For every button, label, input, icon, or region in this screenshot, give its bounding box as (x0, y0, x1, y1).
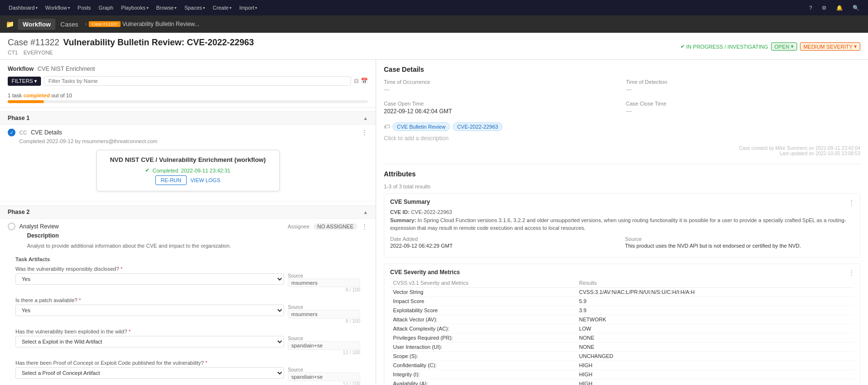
workflow-header: Workflow CVE NIST Enrichment (0, 66, 376, 76)
artifact-row-1: Was the vulnerability responsibly disclo… (15, 266, 360, 292)
task-description-text: Analyst to provide additional informatio… (8, 243, 368, 252)
grid-icon[interactable]: ⊟ (354, 78, 359, 84)
metric-name: Vector String (390, 287, 576, 296)
chevron-down-icon: ▾ (791, 43, 794, 50)
notifications-icon[interactable]: 🔔 (833, 5, 846, 11)
workflow-label: Workflow (8, 66, 34, 72)
cve-metrics-title: CVE Severity and Metrics (390, 269, 854, 276)
nav-create[interactable]: Create ▾ (210, 5, 234, 11)
left-panel: Workflow CVE NIST Enrichment FILTERS ▾ ⊟… (0, 60, 376, 385)
progress-text: 1 task completed out of 10 (8, 93, 368, 98)
filter-button[interactable]: FILTERS ▾ (8, 77, 41, 86)
workflow-card: NVD NIST CVE / Vulnerability Enrichment … (96, 150, 280, 191)
table-row: Attack Complexity (AC):LOW (390, 324, 854, 333)
nav-posts[interactable]: Posts (75, 5, 94, 11)
main-layout: Workflow CVE NIST Enrichment FILTERS ▾ ⊟… (0, 60, 868, 385)
breadcrumb-separator: › (85, 21, 87, 27)
filter-input[interactable] (44, 76, 351, 86)
attributes-count: 1-3 of 3 total results (384, 184, 860, 189)
case-footer-meta: Case created by Mike Summers on 2022-09-… (384, 146, 860, 156)
breadcrumb-cases[interactable]: Cases (55, 19, 83, 30)
task-name: Analyst Review (19, 223, 59, 230)
nav-browse[interactable]: Browse ▾ (153, 5, 180, 11)
task-more-icon[interactable]: ⋮ (361, 129, 368, 136)
phase-2-chevron: ▲ (363, 210, 368, 215)
settings-icon[interactable]: ⚙ (819, 5, 829, 11)
case-visibility: EVERYONE (24, 50, 53, 55)
artifact-select-1[interactable]: Yes (15, 273, 284, 285)
artifacts-label: Task Artifacts (15, 256, 360, 262)
metric-name: Attack Vector (AV): (390, 315, 576, 324)
metric-name: Attack Complexity (AC): (390, 324, 576, 333)
attributes-section: Attributes 1-3 of 3 total results ⋮ CVE … (384, 170, 860, 385)
metric-name: Integrity (I): (390, 370, 576, 379)
calendar-icon[interactable]: 📅 (361, 78, 368, 84)
divider (384, 164, 860, 164)
artifact-label-3: Has the vulnerability been exploited in … (15, 329, 360, 334)
artifact-select-4[interactable]: Select a Proof of Concept Artifact (15, 367, 284, 379)
task-type-icon: CC (19, 130, 27, 135)
phase-1-chevron: ▲ (363, 116, 368, 121)
more-icon[interactable]: ⋮ (848, 269, 855, 277)
severity-badge[interactable]: MEDIUM SEVERITY ▾ (800, 42, 860, 51)
table-row: Impact Score5.9 (390, 296, 854, 305)
case-close-time-field: Case Close Time — (626, 101, 860, 115)
case-number: Case #11322 (8, 38, 59, 48)
artifact-source-3: Source spandiain+se 11 / 100 (288, 336, 360, 355)
case-detail-grid: Time of Occurrence — Time of Detection —… (384, 79, 860, 115)
case-badges: ✔ IN PROGRESS / INVESTIGATING OPEN ▾ MED… (680, 42, 860, 51)
search-icon[interactable]: 🔍 (850, 5, 862, 11)
metric-value: NONE (576, 342, 854, 351)
artifact-row-3: Has the vulnerability been exploited in … (15, 329, 360, 355)
viewlogs-button[interactable]: VIEW LOGS (190, 175, 220, 185)
phase-1-header[interactable]: Phase 1 ▲ (0, 111, 376, 125)
progress-track (8, 100, 368, 103)
metric-name: Impact Score (390, 296, 576, 305)
metric-value: CVSS:3.1/AV:N/AC:L/PR:N/UI:N/S:U/C:H/I:H… (576, 287, 854, 296)
breadcrumb-case-tag[interactable]: Case #11322 (89, 21, 121, 27)
filter-icons: ⊟ 📅 (354, 78, 368, 84)
metric-name: Scope (S): (390, 351, 576, 360)
description-placeholder[interactable]: Click to add a description (384, 135, 860, 142)
task-more-icon[interactable]: ⋮ (361, 223, 368, 230)
progress-fill (8, 100, 44, 103)
nav-graph[interactable]: Graph (95, 5, 116, 11)
cve-summary-title: CVE Summary (390, 199, 854, 205)
metric-name: Availability (A): (390, 379, 576, 385)
artifact-select-3[interactable]: Select a Exploit in the Wild Artifact (15, 336, 284, 347)
metric-value: UNCHANGED (576, 351, 854, 360)
open-badge[interactable]: OPEN ▾ (771, 42, 797, 51)
metric-value: HIGH (576, 379, 854, 385)
table-row: Attack Vector (AV):NETWORK (390, 315, 854, 324)
nav-import[interactable]: Import ▾ (236, 5, 260, 11)
more-icon[interactable]: ⋮ (848, 199, 855, 206)
tag-cve-bulletin[interactable]: CVE Bulletin Review (393, 122, 450, 131)
metric-value: HIGH (576, 370, 854, 379)
nav-dashboard[interactable]: Dashboard ▾ (6, 5, 41, 11)
phase-1-section: Phase 1 ▲ ✓ CC CVE Details ⋮ Completed 2… (0, 111, 376, 201)
help-icon[interactable]: ? (806, 5, 815, 11)
tag-cve-id[interactable]: CVE-2022-22963 (453, 122, 502, 131)
breadcrumb-workflow[interactable]: Workflow (18, 19, 55, 30)
table-row: Scope (S):UNCHANGED (390, 351, 854, 360)
chevron-down-icon: ▾ (854, 43, 857, 50)
rerun-button[interactable]: RE-RUN (155, 175, 187, 185)
nav-spaces[interactable]: Spaces ▾ (181, 5, 208, 11)
phase-2-header[interactable]: Phase 2 ▲ (0, 205, 376, 219)
case-details-title: Case Details (384, 66, 860, 73)
assignee-value[interactable]: NO ASSIGNEE (313, 223, 357, 230)
assignee-label: Assignee (288, 224, 310, 229)
artifacts-section: Task Artifacts Was the vulnerability res… (8, 252, 368, 385)
metric-name: User Interaction (UI): (390, 342, 576, 351)
task-cve-details: ✓ CC CVE Details ⋮ Completed 2022-09-12 … (0, 125, 376, 201)
cve-summary-card: ⋮ CVE Summary CVE ID: CVE-2022-22963 Sum… (384, 193, 860, 258)
case-title: Vulnerability Bulletin Review: CVE-2022-… (63, 38, 254, 48)
artifact-select-2[interactable]: Yes (15, 305, 284, 316)
table-row: Privileges Required (PR):NONE (390, 333, 854, 342)
task-done-icon: ✓ (8, 129, 15, 136)
nav-workflow[interactable]: Workflow ▾ (42, 5, 73, 11)
artifact-row-4: Has there been Proof of Concept or Explo… (15, 360, 360, 385)
nav-playbooks[interactable]: Playbooks ▾ (118, 5, 151, 11)
metric-name: Privileges Required (PR): (390, 333, 576, 342)
case-header: Case #11322 Vulnerability Bulletin Revie… (0, 33, 868, 60)
